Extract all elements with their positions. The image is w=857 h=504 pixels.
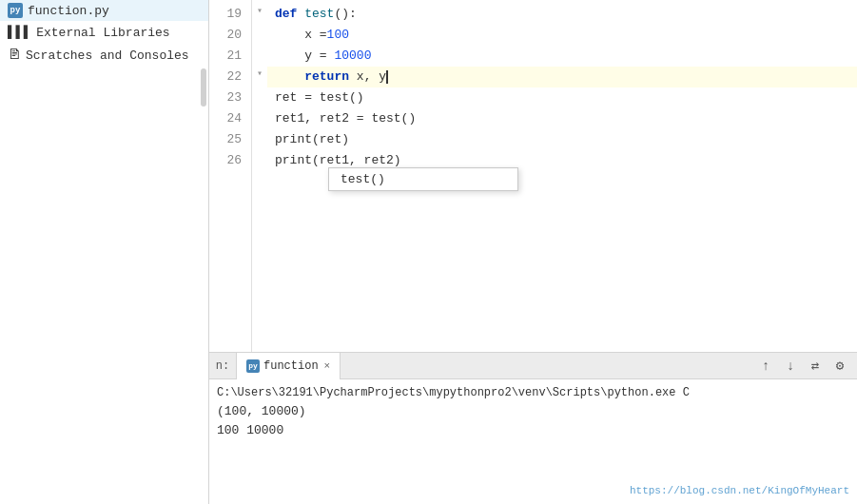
file-name: function.py: [28, 4, 109, 18]
terminal-settings-btn[interactable]: ⚙: [830, 357, 849, 376]
token-xy: x, y: [349, 67, 386, 87]
token-testfn: test: [304, 4, 334, 25]
code-line-21: y = 10000: [267, 46, 857, 67]
fold-22[interactable]: ▾: [252, 63, 267, 84]
terminal-panel: n: py function × ↑ ↓ ⇄ ⚙ C:\Users\32191\…: [209, 352, 857, 504]
sidebar-item-external-libraries[interactable]: ▌▌▌ External Libraries: [0, 21, 208, 44]
line-num-19: 19: [209, 4, 242, 25]
terminal-n-label: n:: [213, 357, 232, 376]
line-num-23: 23: [209, 87, 242, 108]
scratch-icon: 🖹: [8, 48, 21, 63]
library-icon: ▌▌▌: [8, 25, 31, 40]
terminal-wrap-btn[interactable]: ⇄: [806, 357, 825, 376]
fold-20: [252, 21, 267, 42]
line-num-26: 26: [209, 150, 242, 171]
code-line-23: ret = test(): [267, 87, 857, 108]
sidebar-scrollbar[interactable]: [201, 68, 206, 107]
line-num-21: 21: [209, 46, 242, 67]
token-y-assign: y =: [275, 46, 334, 67]
autocomplete-dropdown[interactable]: test(): [328, 167, 518, 191]
sidebar: py function.py ▌▌▌ External Libraries 🖹 …: [0, 0, 209, 504]
fold-21: [252, 42, 267, 63]
terminal-tab-py-icon: py: [246, 359, 260, 373]
terminal-output-2: 100 10000: [217, 421, 849, 440]
sidebar-label-scratches: Scratches and Consoles: [26, 48, 189, 63]
code-line-24: ret1, ret2 = test(): [267, 108, 857, 129]
text-cursor: [386, 70, 388, 84]
fold-23: [252, 84, 267, 105]
code-line-19: def test():: [267, 4, 857, 25]
fold-26: [252, 146, 267, 167]
line-num-24: 24: [209, 108, 242, 129]
fold-19[interactable]: ▾: [252, 0, 267, 21]
code-lines[interactable]: def test(): x =100 y = 10000 return x, y: [267, 0, 857, 352]
fold-24: [252, 105, 267, 126]
sidebar-item-scratches[interactable]: 🖹 Scratches and Consoles: [0, 44, 208, 67]
python-file-icon: py: [8, 3, 23, 18]
token-x-assign: x =: [275, 25, 327, 46]
terminal-output-1: (100, 10000): [217, 402, 849, 421]
terminal-tabs: n: py function × ↑ ↓ ⇄ ⚙: [209, 353, 857, 379]
token-print-ret: print(ret): [275, 129, 349, 150]
fold-column: ▾ ▾: [252, 0, 267, 352]
token-paren19: ():: [334, 4, 356, 25]
watermark: https://blog.csdn.net/KingOfMyHeart: [630, 485, 849, 496]
token-return: return: [304, 67, 349, 87]
code-line-20: x =100: [267, 25, 857, 46]
token-10000: 10000: [334, 46, 371, 67]
line-num-22: 22: [209, 67, 242, 87]
line-numbers: 19 20 21 22 23 24 25 26: [209, 0, 252, 352]
line-num-20: 20: [209, 25, 242, 46]
terminal-up-btn[interactable]: ↑: [756, 357, 775, 376]
token-def: def: [275, 4, 304, 25]
terminal-down-btn[interactable]: ↓: [781, 357, 800, 376]
autocomplete-item-test[interactable]: test(): [329, 168, 517, 190]
token-ret12-assign: ret1, ret2 = test(): [275, 108, 416, 129]
token-ret-assign: ret = test(): [275, 87, 364, 108]
terminal-controls: ↑ ↓ ⇄ ⚙: [756, 357, 857, 376]
code-editor: 19 20 21 22 23 24 25 26 ▾ ▾: [209, 0, 857, 352]
fold-25: [252, 126, 267, 146]
terminal-tab-function[interactable]: py function ×: [236, 353, 341, 379]
code-line-22: return x, y: [267, 67, 857, 87]
token-indent22: [275, 67, 304, 87]
sidebar-item-file[interactable]: py function.py: [0, 0, 208, 21]
terminal-command: C:\Users\32191\PycharmProjects\mypythonp…: [217, 383, 849, 402]
token-100: 100: [327, 25, 349, 46]
main-container: py function.py ▌▌▌ External Libraries 🖹 …: [0, 0, 857, 504]
terminal-tab-close[interactable]: ×: [324, 360, 331, 372]
line-num-25: 25: [209, 129, 242, 150]
code-line-25: print(ret): [267, 129, 857, 150]
sidebar-label-libraries: External Libraries: [36, 26, 169, 40]
terminal-tab-label: function: [263, 359, 319, 373]
